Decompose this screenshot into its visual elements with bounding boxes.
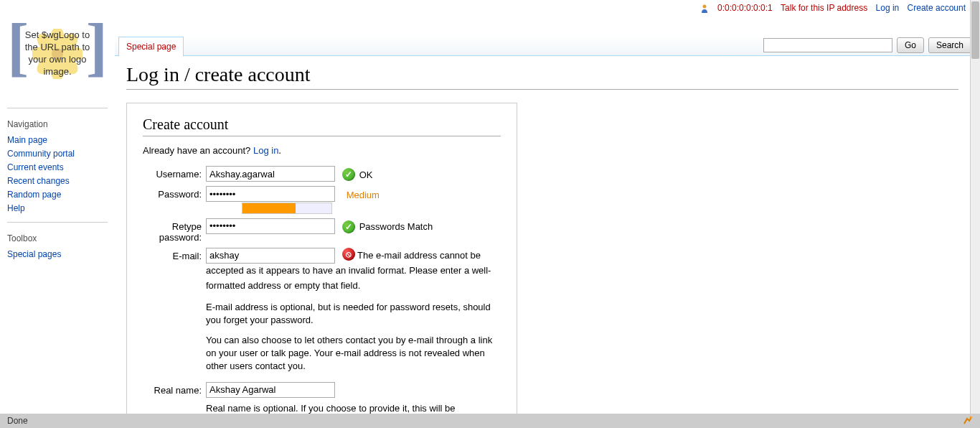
sidebar-divider-2 xyxy=(7,222,108,223)
nav-current-events[interactable]: Current events xyxy=(7,162,64,172)
retype-password-field[interactable] xyxy=(206,218,335,234)
nav-recent-changes[interactable]: Recent changes xyxy=(7,176,70,186)
nav-heading: Navigation xyxy=(7,119,108,129)
nav-help[interactable]: Help xyxy=(7,203,25,213)
tab-special-page[interactable]: Special page xyxy=(118,37,184,57)
toolbox-list: Special pages xyxy=(7,247,108,261)
email-help-1: E-mail address is optional, but is neede… xyxy=(206,301,501,327)
email-field[interactable] xyxy=(206,248,335,264)
sidebar-divider xyxy=(7,108,108,108)
realname-field[interactable] xyxy=(206,382,335,398)
toolbox-heading: Toolbox xyxy=(7,233,108,243)
create-account-link[interactable]: Create account xyxy=(908,3,966,13)
search-input[interactable] xyxy=(763,38,892,52)
create-account-box: Create account Already have an account? … xyxy=(126,103,517,414)
retype-status: Passwords Match xyxy=(359,221,433,232)
status-bar: Done xyxy=(0,414,980,428)
login-link[interactable]: Log in xyxy=(876,3,900,13)
realname-help: Real name is optional. If you choose to … xyxy=(206,402,501,414)
check-icon: ✓ xyxy=(342,168,355,181)
scrollbar[interactable] xyxy=(970,0,980,414)
logo[interactable]: [ Set $wgLogo to the URL path to your ow… xyxy=(11,7,104,101)
check-icon: ✓ xyxy=(342,220,355,233)
logo-text: Set $wgLogo to the URL path to your own … xyxy=(11,29,104,78)
nav-random-page[interactable]: Random page xyxy=(7,190,61,200)
password-label: Password: xyxy=(143,186,206,214)
box-heading: Create account xyxy=(143,116,501,136)
nav-main-page[interactable]: Main page xyxy=(7,135,47,145)
search-button[interactable]: Search xyxy=(928,37,971,53)
password-field[interactable] xyxy=(206,186,335,202)
nav-community-portal[interactable]: Community portal xyxy=(7,149,75,159)
search-area: Go Search xyxy=(763,37,971,53)
password-strength-text: Medium xyxy=(347,190,380,200)
error-icon: ⦸ xyxy=(342,248,355,261)
nav-list: Main page Community portal Current event… xyxy=(7,133,108,215)
statusbar-icon xyxy=(963,415,973,427)
email-label: E-mail: xyxy=(143,248,206,373)
username-status: OK xyxy=(359,169,373,180)
status-text: Done xyxy=(7,416,28,426)
retype-label: Retype password: xyxy=(143,218,206,243)
realname-label: Real name: xyxy=(143,382,206,414)
email-help-2: You can also choose to let others contac… xyxy=(206,334,501,373)
password-strength-bar xyxy=(242,203,332,214)
top-user-links: 0:0:0:0:0:0:0:1 Talk for this IP address… xyxy=(701,3,966,13)
go-button[interactable]: Go xyxy=(897,37,924,53)
tool-special-pages[interactable]: Special pages xyxy=(7,249,61,259)
password-strength-fill xyxy=(242,203,296,213)
already-period: . xyxy=(278,145,281,156)
username-field[interactable] xyxy=(206,166,335,182)
page-title: Log in / create account xyxy=(126,63,958,90)
svg-point-0 xyxy=(702,4,706,8)
scroll-thumb[interactable] xyxy=(971,1,979,59)
ip-address-link[interactable]: 0:0:0:0:0:0:0:1 xyxy=(717,3,773,13)
already-text: Already have an account? xyxy=(143,145,253,156)
talk-link[interactable]: Talk for this IP address xyxy=(781,3,867,13)
svg-point-10 xyxy=(970,416,972,418)
user-icon xyxy=(701,4,708,13)
username-label: Username: xyxy=(143,166,206,182)
login-inline-link[interactable]: Log in xyxy=(253,145,278,156)
already-have-account: Already have an account? Log in. xyxy=(143,145,501,156)
content: Log in / create account Create account A… xyxy=(126,63,958,414)
sidebar: [ Set $wgLogo to the URL path to your ow… xyxy=(0,0,115,414)
